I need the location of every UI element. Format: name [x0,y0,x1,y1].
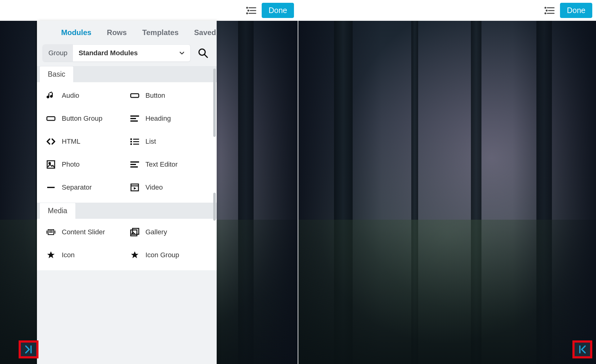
section-title[interactable]: Media [39,203,76,219]
module-gallery[interactable]: Gallery [130,227,208,237]
module-heading[interactable]: Heading [130,114,208,123]
svg-rect-16 [133,141,139,142]
list-icon [130,137,139,146]
module-label: Icon [62,251,75,259]
module-separator[interactable]: Separator [46,183,124,192]
module-html[interactable]: HTML [46,137,124,146]
separator-icon [46,183,56,192]
section-header-basic: Basic [37,66,217,82]
svg-rect-14 [133,139,139,140]
module-label: Photo [62,160,80,169]
section-title[interactable]: Basic [39,66,74,82]
module-grid-basic: Audio Button Button Group Heading HTML [37,82,217,203]
module-label: Gallery [146,228,167,236]
scrollbar-thumb[interactable] [213,193,216,221]
outline-button[interactable] [543,4,556,17]
module-label: Separator [62,183,92,191]
module-photo[interactable]: Photo [46,160,124,169]
svg-line-7 [205,55,207,57]
svg-rect-31 [49,231,53,231]
module-set-dropdown[interactable]: Standard Modules [73,45,190,61]
tab-templates[interactable]: Templates [142,28,178,37]
text-editor-icon [130,160,139,169]
photo-icon [46,160,56,169]
svg-rect-32 [49,232,53,233]
svg-rect-12 [130,120,138,122]
svg-marker-36 [131,251,138,258]
svg-rect-24 [47,187,55,188]
audio-icon [46,91,56,100]
html-icon [46,137,56,146]
module-label: List [146,137,156,146]
svg-rect-23 [130,166,138,168]
chevron-last-right-icon [23,344,34,355]
search-button[interactable] [195,45,211,61]
group-toggle-button[interactable]: Group [43,45,73,61]
builder-pane-left: Done Modules Rows Templates Saved Group … [0,0,298,364]
content-panel: Modules Rows Templates Saved Group Stand… [37,21,217,364]
done-button[interactable]: Done [560,3,592,18]
svg-rect-13 [130,138,132,140]
module-label: Button [146,92,165,100]
content-slider-icon [46,227,56,237]
svg-marker-35 [47,251,55,258]
tab-rows[interactable]: Rows [107,28,127,37]
chevron-last-left-icon [577,344,588,355]
svg-point-40 [546,10,547,11]
section-header-media: Media [37,203,217,219]
done-button[interactable]: Done [262,3,294,18]
svg-rect-25 [131,184,138,191]
panel-collapse-toggle[interactable] [572,340,592,358]
panel-tabs: Modules Rows Templates Saved [37,21,217,41]
panel-scroll-area[interactable]: Basic Audio Button Button Group Heading [37,66,217,364]
chevron-down-icon [179,50,185,56]
filter-group: Group Standard Modules [43,44,191,62]
module-label: Button Group [62,115,102,123]
svg-rect-8 [131,94,139,97]
toolbar: Done [0,0,298,21]
search-icon [198,48,208,58]
module-label: Audio [62,92,79,100]
svg-rect-22 [130,164,136,165]
svg-rect-17 [130,143,132,145]
gallery-icon [130,227,139,237]
svg-point-2 [248,10,249,11]
module-video[interactable]: Video [130,183,208,192]
panel-expand-toggle[interactable] [19,340,38,358]
scrollbar-thumb[interactable] [213,69,216,137]
module-icon-group[interactable]: Icon Group [130,250,208,260]
svg-point-42 [545,13,546,14]
svg-rect-15 [130,141,132,142]
svg-point-38 [545,7,546,8]
module-label: Content Slider [62,228,105,236]
toolbar: Done [298,0,596,21]
svg-rect-11 [130,118,136,119]
module-button[interactable]: Button [130,91,208,100]
svg-rect-34 [133,228,139,234]
module-icon[interactable]: Icon [46,250,124,260]
outline-button[interactable] [244,4,258,17]
module-label: Heading [146,115,171,123]
module-list[interactable]: List [130,137,208,146]
filter-row: Group Standard Modules [37,41,217,66]
module-text-editor[interactable]: Text Editor [130,160,208,169]
svg-rect-18 [133,144,139,145]
module-label: HTML [62,137,80,146]
heading-icon [130,114,139,123]
module-grid-media: Content Slider Gallery Icon Icon Group [37,219,217,270]
module-button-group[interactable]: Button Group [46,114,124,123]
svg-point-4 [247,13,248,14]
svg-rect-21 [130,161,139,163]
module-content-slider[interactable]: Content Slider [46,227,124,237]
module-label: Icon Group [146,251,179,259]
dropdown-value: Standard Modules [79,49,138,57]
svg-point-20 [49,163,51,164]
canvas-background [298,21,596,364]
svg-rect-9 [47,117,55,120]
svg-rect-10 [130,115,139,117]
svg-marker-27 [134,187,136,190]
tab-saved[interactable]: Saved [194,28,216,37]
tab-modules[interactable]: Modules [61,28,91,37]
module-label: Text Editor [146,160,178,169]
module-audio[interactable]: Audio [46,91,124,100]
